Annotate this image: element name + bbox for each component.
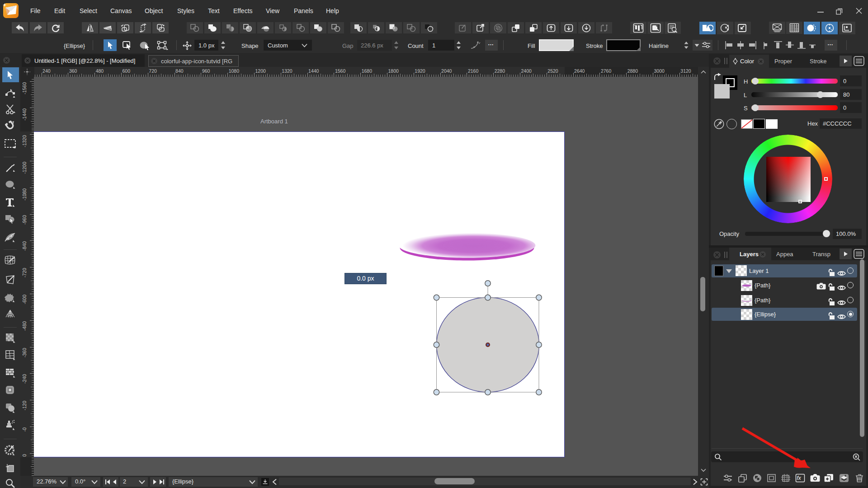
svg-text:fx: fx [797, 475, 802, 481]
